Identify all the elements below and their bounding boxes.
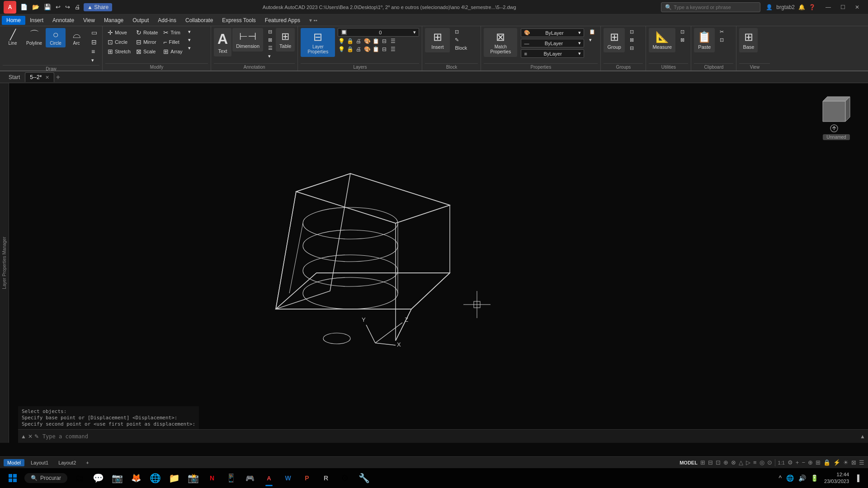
workspace-btn[interactable]: ⊞ [816, 459, 821, 466]
layer-icon9[interactable]: 🔒 [346, 46, 354, 53]
tab-drawing[interactable]: 5--2* ✕ [25, 72, 54, 82]
stretch-btn[interactable]: ⊞Stretch [105, 47, 133, 56]
draw-more[interactable]: ▾ [89, 56, 99, 64]
layer-icon14[interactable]: ☰ [389, 46, 396, 53]
util-more1[interactable]: ⊡ [678, 28, 687, 36]
zoom-in-btn[interactable]: + [796, 459, 799, 466]
annotation-scale-btn[interactable]: ⊕ [808, 459, 813, 466]
layer-icon6[interactable]: ⊟ [381, 38, 388, 45]
help-icon[interactable]: ❓ [809, 4, 816, 10]
new-btn[interactable]: 📄 [19, 3, 29, 11]
groups-more3[interactable]: ⊟ [627, 44, 636, 52]
scale-display[interactable]: 1:1 [778, 460, 785, 465]
fillet-btn[interactable]: ⌐Fillet [161, 38, 184, 47]
groups-more1[interactable]: ⊡ [627, 28, 636, 36]
taskbar-camera[interactable]: 📸 [184, 469, 202, 487]
rotate-btn[interactable]: ↻Rotate [134, 28, 160, 37]
ortho-btn[interactable]: ⊡ [716, 459, 721, 466]
undo-btn[interactable]: ↩ [54, 3, 62, 11]
settings-btn[interactable]: ⚙ [788, 459, 793, 466]
table-btn[interactable]: ⊞ Table [276, 28, 295, 52]
mirror-btn[interactable]: ⊟Mirror [134, 38, 160, 47]
zoom-out-btn[interactable]: − [802, 459, 805, 466]
open-btn[interactable]: 📂 [31, 3, 41, 11]
taskbar-search[interactable]: 🔍 Procurar [24, 473, 67, 483]
taskbar-netflix[interactable]: N [203, 469, 221, 487]
systray-chevron[interactable]: ^ [777, 474, 783, 483]
taskbar-discord[interactable]: 🎮 [241, 469, 259, 487]
systray-battery[interactable]: 🔋 [809, 474, 820, 483]
layer-icon1[interactable]: 💡 [338, 38, 345, 45]
edit-block-btn[interactable]: ✎ [453, 36, 469, 44]
cmd-pencil-icon[interactable]: ✎ [34, 433, 39, 440]
lock-ui-btn[interactable]: 🔒 [823, 459, 830, 466]
cmd-expand-icon[interactable]: ▲ [21, 433, 26, 440]
color-dropdown[interactable]: 🎨 ByLayer ▾ [521, 28, 584, 37]
ann-more2[interactable]: ⊠ [266, 36, 275, 44]
taskbar-app18[interactable]: 🔧 [355, 469, 373, 487]
match-properties-btn[interactable]: ⊠ Match Properties [484, 28, 517, 57]
layer-icon10[interactable]: 🖨 [355, 46, 362, 53]
grid-btn[interactable]: ⊞ [700, 459, 705, 466]
cmd-close-icon[interactable]: ✕ [28, 433, 33, 440]
tab-close-btn[interactable]: ✕ [45, 75, 49, 80]
search-box[interactable]: 🔍 Type a keyword or phrase [661, 2, 760, 12]
ann-more4[interactable]: ▾ [266, 52, 275, 60]
layer-icon12[interactable]: 📋 [372, 46, 379, 53]
taskbar-files[interactable]: 📁 [165, 469, 183, 487]
plot-btn[interactable]: 🖨 [73, 3, 82, 11]
rect-btn[interactable]: ▭ [89, 28, 99, 37]
circle-btn[interactable]: ○ Circle [46, 28, 66, 47]
group-btn[interactable]: ⊞ Group [604, 28, 625, 52]
tab-start[interactable]: Start [4, 72, 25, 82]
array-btn[interactable]: ⊞Array [161, 47, 184, 56]
snap-btn[interactable]: ⊟ [708, 459, 713, 466]
move-btn[interactable]: ✛Move [105, 28, 133, 37]
lineweight-btn[interactable]: ≡ [753, 459, 757, 466]
layer-icon3[interactable]: 🖨 [355, 38, 362, 45]
taskbar-explorer[interactable]: 🗂 [70, 469, 88, 487]
create-block-btn[interactable]: ⊡ [453, 28, 469, 36]
customize-btn[interactable]: ☰ [859, 459, 864, 466]
share-btn[interactable]: ▲ Share [84, 3, 112, 11]
tab-add-btn[interactable]: + [56, 73, 60, 81]
layer-icon8[interactable]: 💡 [338, 46, 345, 53]
minimize-btn[interactable]: — [821, 1, 835, 14]
hatch-btn[interactable]: ⊟ [89, 38, 99, 47]
model-tab[interactable]: Model [4, 459, 24, 466]
groups-more2[interactable]: ⊠ [627, 36, 636, 44]
copy-btn[interactable]: ⊡Circle [105, 38, 133, 47]
trim-more[interactable]: ▾ [186, 28, 193, 36]
osnap-btn[interactable]: ⊗ [731, 459, 736, 466]
menu-output[interactable]: Output [128, 16, 153, 25]
text-btn[interactable]: A Text [214, 28, 231, 56]
layer-icon13[interactable]: ⊟ [381, 46, 388, 53]
ann-more1[interactable]: ⊟ [266, 28, 275, 36]
hardware-accel-btn[interactable]: ⚡ [833, 459, 840, 466]
prop-more[interactable]: ▾ [587, 36, 598, 44]
transparency-btn[interactable]: ◎ [760, 459, 764, 466]
taskbar-powerpoint[interactable]: P [298, 469, 316, 487]
save-btn[interactable]: 💾 [42, 3, 52, 11]
systray-network[interactable]: 🌐 [785, 474, 795, 483]
line-btn[interactable]: ╱ Line [3, 28, 23, 47]
layout1-tab[interactable]: Layout1 [27, 459, 52, 466]
taskbar-whatsapp[interactable]: 📱 [222, 469, 240, 487]
start-button[interactable] [4, 469, 22, 487]
layer-icon2[interactable]: 🔒 [346, 38, 354, 45]
layer-icon5[interactable]: 📋 [372, 38, 379, 45]
insert-btn[interactable]: ⊞ Insert [425, 28, 450, 52]
dimension-btn[interactable]: ⊢⊣ Dimension [232, 28, 263, 52]
polar-btn[interactable]: ⊕ [723, 459, 728, 466]
util-more2[interactable]: ⊠ [678, 36, 687, 44]
close-btn[interactable]: ✕ [850, 1, 864, 14]
cut-btn[interactable]: ✂ [717, 28, 726, 36]
menu-more[interactable]: ▾ ▪▪ [305, 16, 322, 25]
fillet-more[interactable]: ▾ [186, 36, 193, 44]
system-clock[interactable]: 12:44 23/03/2023 [821, 471, 852, 485]
command-input[interactable] [42, 433, 856, 440]
gradient-btn[interactable]: ≡ [89, 47, 99, 56]
taskbar-chat[interactable]: 💬 [89, 469, 107, 487]
base-btn[interactable]: ⊞ Base [739, 28, 758, 52]
fullscreen-btn[interactable]: ⊠ [851, 459, 856, 466]
